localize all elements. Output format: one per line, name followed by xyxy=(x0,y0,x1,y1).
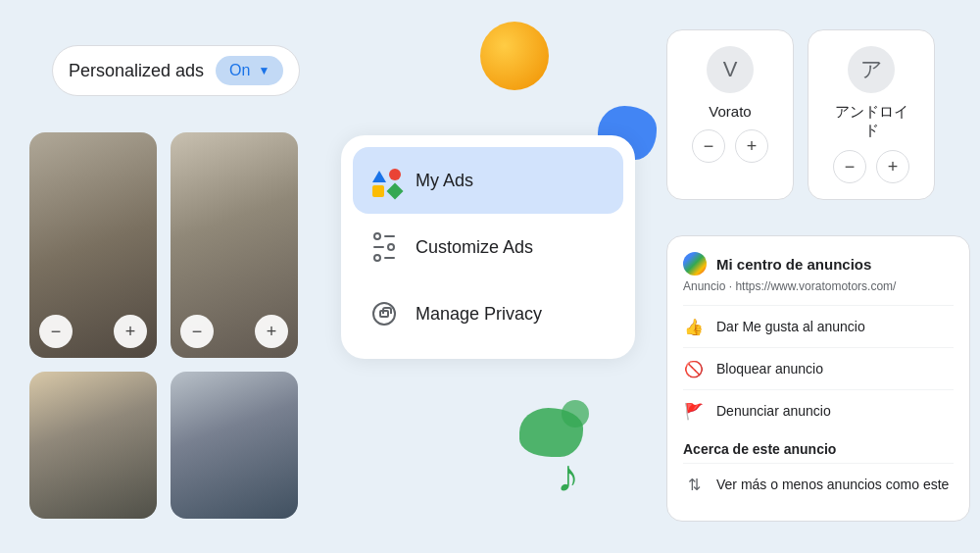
menu-item-my-ads[interactable]: My Ads xyxy=(353,147,623,214)
block-icon: 🚫 xyxy=(683,358,705,379)
vorato-plus-button[interactable]: + xyxy=(735,129,768,163)
minus-button-1[interactable]: − xyxy=(39,315,73,348)
android-avatar: ア xyxy=(848,46,895,93)
ad-url-line: Anuncio · https://www.voratomotors.com/ xyxy=(683,279,954,293)
ads-state-label: On xyxy=(229,62,250,79)
image-card-grid: − + − + xyxy=(29,132,333,519)
brand-card-vorato: V Vorato − + xyxy=(666,29,794,200)
ads-on-button[interactable]: On ▼ xyxy=(216,56,283,85)
adjust-dot-1 xyxy=(373,232,381,240)
plus-button-2[interactable]: + xyxy=(255,315,288,348)
menu-item-manage-privacy[interactable]: Manage Privacy xyxy=(353,280,623,347)
action-block[interactable]: 🚫 Bloquear anuncio xyxy=(683,347,954,389)
vorato-minus-button[interactable]: − xyxy=(692,129,725,163)
like-label: Dar Me gusta al anuncio xyxy=(716,319,865,334)
menu-panel: My Ads Customize Ads xyxy=(341,135,635,359)
android-name: アンドロイド xyxy=(828,103,914,140)
adjust-dot-2 xyxy=(387,243,395,251)
image-card-wrap: − + xyxy=(171,132,298,358)
image-card-clothes xyxy=(171,372,298,519)
android-minus-button[interactable]: − xyxy=(833,150,866,183)
image-card-person xyxy=(29,372,157,519)
action-more-like-this[interactable]: ⇅ Ver más o menos anuncios como este xyxy=(683,463,954,505)
about-section-title: Acerca de este anuncio xyxy=(683,431,954,463)
green-circle-decoration xyxy=(562,400,589,427)
block-label: Bloquear anuncio xyxy=(716,361,823,377)
manage-privacy-label: Manage Privacy xyxy=(416,304,542,325)
adjust-bar-3 xyxy=(384,257,395,260)
adjust-bar-1 xyxy=(384,235,395,238)
flag-icon: 🚩 xyxy=(683,400,705,422)
action-like[interactable]: 👍 Dar Me gusta al anuncio xyxy=(683,305,954,347)
ads-toggle-label: Personalized ads xyxy=(69,61,204,81)
chevron-down-icon: ▼ xyxy=(258,64,270,77)
image-card-gray: − + xyxy=(29,132,157,358)
vorato-avatar: V xyxy=(707,46,754,93)
android-plus-button[interactable]: + xyxy=(876,150,909,183)
photo-clothes xyxy=(171,372,298,519)
customize-ads-icon xyxy=(368,231,400,263)
square-shape xyxy=(372,185,384,197)
filter-icon: ⇅ xyxy=(683,474,705,495)
personalized-ads-toggle[interactable]: Personalized ads On ▼ xyxy=(52,45,300,96)
ad-center-header: Mi centro de anuncios xyxy=(683,252,954,276)
manage-privacy-icon xyxy=(368,298,400,329)
minus-button-2[interactable]: − xyxy=(180,315,214,348)
lock-icon xyxy=(379,310,389,318)
photo-person xyxy=(29,372,157,519)
about-action-label: Ver más o menos anuncios como este xyxy=(716,477,949,492)
my-ads-label: My Ads xyxy=(416,171,473,191)
card-controls-2: − + xyxy=(171,315,298,348)
action-report[interactable]: 🚩 Denunciar anuncio xyxy=(683,389,954,431)
vorato-controls: − + xyxy=(692,129,768,163)
brand-cards-section: V Vorato − + ア アンドロイド − + xyxy=(666,29,935,200)
music-note-decoration: ♪ xyxy=(557,449,579,502)
adjust-bar-2 xyxy=(373,246,384,249)
android-controls: − + xyxy=(833,150,909,183)
triangle-shape xyxy=(372,171,386,182)
ad-center-panel: Mi centro de anuncios Anuncio · https://… xyxy=(666,235,970,522)
brand-card-android: ア アンドロイド − + xyxy=(808,29,935,200)
card-controls-1: − + xyxy=(29,315,157,348)
adjust-dot-3 xyxy=(373,254,381,262)
plus-button-1[interactable]: + xyxy=(114,315,147,348)
thumbs-up-icon: 👍 xyxy=(683,316,705,337)
ad-url: https://www.voratomotors.com/ xyxy=(735,279,896,293)
report-label: Denunciar anuncio xyxy=(716,403,831,419)
my-ads-icon xyxy=(368,165,400,196)
google-icon xyxy=(683,252,707,276)
orange-decoration xyxy=(480,22,549,90)
ad-center-title: Mi centro de anuncios xyxy=(716,256,871,273)
circle-shape xyxy=(389,169,401,180)
ad-label: Anuncio xyxy=(683,279,725,293)
diamond-shape xyxy=(387,183,404,200)
menu-item-customize-ads[interactable]: Customize Ads xyxy=(353,214,623,280)
vorato-name: Vorato xyxy=(709,103,751,120)
customize-ads-label: Customize Ads xyxy=(416,237,533,258)
